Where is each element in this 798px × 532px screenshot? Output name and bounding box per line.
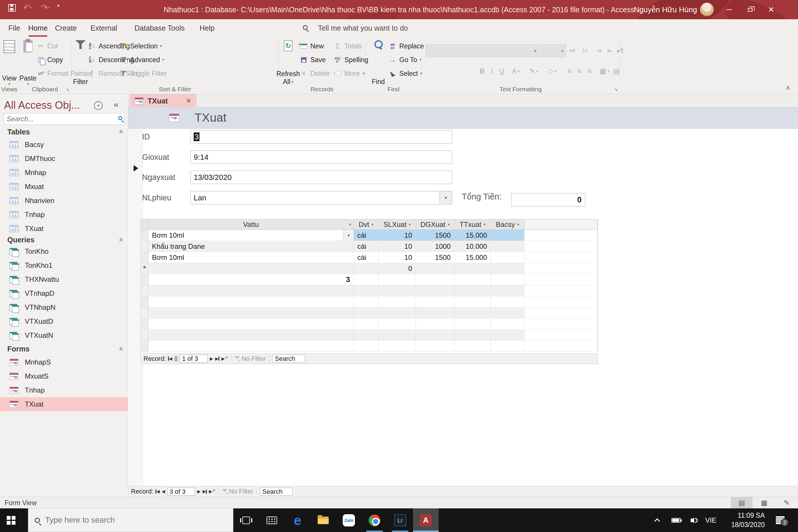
bullets-button[interactable]: •≡ [569, 44, 575, 57]
column-dropdown-icon[interactable]: ▾ [483, 222, 486, 227]
collapse-ribbon-button[interactable]: ∧ [786, 84, 791, 92]
cell-bacsy[interactable] [491, 241, 525, 252]
access-taskbar-button-active[interactable]: A [413, 508, 439, 532]
view-button[interactable]: View ▾ [1, 40, 18, 86]
cell-dgxuat[interactable]: 1500 [416, 252, 454, 263]
cell-slxuat[interactable]: 10 [379, 252, 416, 263]
column-dropdown-icon[interactable]: ▾ [409, 222, 411, 227]
column-dropdown-icon[interactable]: ▾ [448, 222, 450, 227]
edge-taskbar-button[interactable]: e [285, 508, 310, 532]
fill-color-button[interactable]: ◇▾ [548, 66, 556, 76]
nav-item-thxnvattu[interactable]: THXNvattu [0, 272, 128, 286]
no-filter-button[interactable]: No Filter [222, 488, 253, 495]
record-position-box[interactable]: 3 of 3 [167, 488, 195, 496]
replace-button[interactable]: abacReplace [388, 41, 424, 51]
cell-ttxuat[interactable]: 10.000 [454, 241, 491, 252]
tab-database-tools[interactable]: Database Tools [130, 19, 190, 37]
italic-button[interactable]: I [491, 66, 493, 76]
section-tables[interactable]: Tables« [0, 126, 128, 138]
nav-item-mnhaps[interactable]: MnhapS [0, 355, 128, 369]
advanced-button[interactable]: Advanced▾ [119, 55, 164, 65]
tell-me-box[interactable]: Tell me what you want to do [318, 19, 449, 37]
nav-item-mxuat[interactable]: Mxuat [0, 180, 128, 194]
cell-dvt[interactable] [354, 263, 379, 274]
cell-dvt[interactable]: cái [354, 241, 379, 252]
select-all-corner[interactable] [141, 219, 149, 230]
tray-language-button[interactable]: VIE [702, 508, 719, 532]
bold-button[interactable]: B [480, 66, 485, 76]
nav-item-tnhap-form[interactable]: Tnhap [0, 383, 128, 397]
minimize-button[interactable] [719, 0, 740, 19]
cell-ttxuat[interactable]: 15.000 [454, 230, 491, 241]
section-forms[interactable]: Forms« [0, 342, 128, 355]
underline-button[interactable]: U [499, 66, 504, 76]
tab-home[interactable]: Home [27, 19, 49, 37]
cell-vattu-combobox[interactable]: Bơm 10ml▾ [149, 230, 354, 241]
cell-bacsy[interactable] [491, 252, 525, 263]
increase-indent-button[interactable]: ⇥ [596, 44, 602, 57]
restore-button[interactable] [740, 0, 761, 19]
cell-dvt[interactable]: cái [354, 252, 379, 263]
cell-dvt[interactable]: cái [354, 230, 379, 241]
text-direction-button[interactable]: ▸¶ [612, 44, 624, 57]
highlight-button[interactable]: ✎▾ [529, 66, 538, 76]
text-formatting-dialog-launcher[interactable]: ↘ [614, 86, 618, 93]
column-dropdown-icon[interactable]: ▾ [517, 222, 519, 227]
column-header-dgxuat[interactable]: DGXuat▾ [416, 219, 454, 230]
align-left-button[interactable]: ≡ [568, 66, 572, 76]
nav-item-vtnhapn[interactable]: VTNhapN [0, 300, 128, 315]
gridlines-button[interactable]: ▦▾ [600, 66, 610, 76]
nav-item-vtxuatd[interactable]: VTXuatD [0, 315, 128, 328]
delete-record-button[interactable]: ✕Delete▾ [299, 68, 336, 79]
no-filter-button[interactable]: No Filter [234, 355, 266, 363]
collapse-section-icon[interactable]: « [117, 130, 125, 134]
nav-item-mxuats[interactable]: MxuatS [0, 369, 128, 383]
nav-item-vtxuatn[interactable]: VTXuatN [0, 328, 128, 342]
nav-pane-menu-button[interactable]: ▾ [94, 101, 103, 110]
chrome-taskbar-button[interactable] [362, 508, 387, 532]
zalo-taskbar-button[interactable]: Zalo [336, 508, 362, 532]
row-selector[interactable] [141, 252, 149, 263]
column-header-ttxuat[interactable]: TTxuat▾ [454, 219, 491, 230]
taskbar-search-box[interactable] [28, 508, 233, 532]
field-gioxuat-input[interactable]: 9:14 [190, 151, 452, 164]
last-record-button[interactable]: ▶ [203, 489, 207, 494]
table-row[interactable]: Khẩu trang Dane cái 10 1000 10.000 [141, 241, 597, 252]
nav-search-icon[interactable] [118, 116, 122, 120]
cell-dgxuat[interactable] [416, 263, 454, 274]
nlphieu-dropdown-icon[interactable]: ▾ [439, 191, 452, 204]
toggle-filter-button[interactable]: Toggle Filter [119, 68, 167, 79]
next-record-button[interactable]: ▶ [210, 356, 213, 361]
record-position-box[interactable]: 1 of 3 [180, 355, 208, 363]
tray-volume-button[interactable] [685, 508, 703, 532]
tray-show-hidden-icons-button[interactable] [650, 508, 666, 532]
go-to-button[interactable]: →Go To▾ [388, 55, 421, 65]
selection-button[interactable]: Selection▾ [119, 41, 162, 51]
file-explorer-taskbar-button[interactable] [310, 508, 336, 532]
tray-clock[interactable]: 11:09 SA 18/03/2020 [718, 508, 765, 532]
table-row[interactable]: Bơm 10ml▾ cái 10 1500 15.000 [141, 230, 597, 241]
tab-external-data[interactable]: External Data [83, 19, 124, 37]
save-record-button[interactable]: Save [299, 55, 325, 65]
previous-record-button[interactable]: ◀ [162, 489, 165, 494]
font-color-button[interactable]: A▾ [512, 66, 520, 76]
cell-slxuat[interactable]: 0 [379, 263, 416, 274]
cut-button[interactable]: ✂Cut [36, 41, 58, 51]
cell-slxuat[interactable]: 10 [379, 241, 416, 252]
column-header-slxuat[interactable]: SLXuat▾ [379, 219, 416, 230]
new-row-selector[interactable]: * [141, 263, 149, 274]
cell-bacsy[interactable] [491, 263, 525, 274]
nav-item-mnhap[interactable]: Mnhap [0, 166, 128, 180]
nav-item-dmthuoc[interactable]: DMThuoc [0, 152, 128, 166]
task-view-button[interactable] [233, 508, 259, 532]
close-button[interactable]: ✕ [761, 0, 782, 19]
numbering-button[interactable]: 1≡ [582, 44, 588, 57]
cell-dropdown-icon[interactable]: ▾ [344, 230, 354, 241]
avatar[interactable] [700, 3, 714, 16]
nav-search-input[interactable] [4, 113, 125, 125]
filter-button[interactable]: Filter [73, 40, 88, 86]
column-header-bacsy[interactable]: Bacsy▾ [491, 219, 525, 230]
collapse-section-icon[interactable]: « [117, 238, 125, 242]
cell-ttxuat[interactable] [454, 263, 491, 274]
column-header-vattu[interactable]: Vattu▾ [149, 219, 354, 230]
